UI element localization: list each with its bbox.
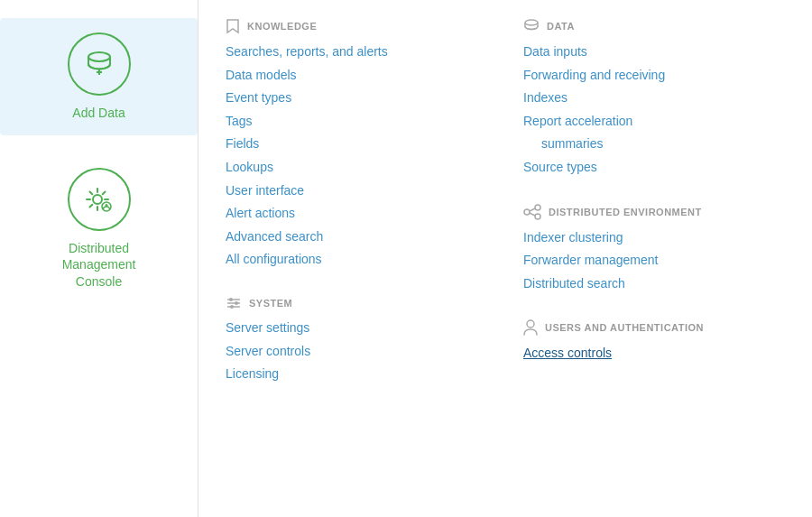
server-controls-link[interactable]: Server controls	[226, 344, 310, 358]
list-item: Indexes	[523, 89, 785, 107]
sidebar-dmc-label: DistributedManagementConsole	[62, 240, 136, 290]
knowledge-section-header: KNOWLEDGE	[226, 18, 487, 34]
data-section-title: DATA	[547, 21, 575, 32]
svg-point-15	[535, 214, 540, 219]
list-item: Fields	[226, 135, 487, 153]
list-item: All configurations	[226, 251, 487, 269]
distributed-section-title: DISTRIBUTED ENVIRONMENT	[549, 207, 702, 217]
list-item: Lookups	[226, 159, 487, 177]
list-item: Data inputs	[523, 43, 785, 61]
data-inputs-link[interactable]: Data inputs	[523, 44, 587, 59]
bookmark-icon	[226, 18, 240, 34]
sidebar-item-dmc[interactable]: DistributedManagementConsole	[0, 153, 198, 304]
add-data-icon-circle	[68, 32, 131, 96]
source-types-link[interactable]: Source types	[523, 160, 597, 174]
user-icon	[523, 319, 538, 336]
data-links: Data inputs Forwarding and receiving Ind…	[523, 43, 785, 177]
access-controls-link[interactable]: Access controls	[523, 346, 612, 360]
list-item: Advanced search	[226, 228, 487, 246]
data-models-link[interactable]: Data models	[226, 68, 297, 82]
list-item: Report acceleration	[523, 113, 785, 131]
list-item: Indexer clustering	[523, 229, 785, 247]
knowledge-section-title: KNOWLEDGE	[247, 21, 317, 32]
users-section: USERS AND AUTHENTICATION Access controls	[523, 319, 785, 363]
data-icon	[523, 18, 540, 34]
distributed-search-link[interactable]: Distributed search	[523, 276, 625, 291]
svg-line-16	[530, 208, 535, 211]
main-content: KNOWLEDGE Searches, reports, and alerts …	[198, 0, 812, 517]
indexes-link[interactable]: Indexes	[523, 90, 567, 105]
searches-link[interactable]: Searches, reports, and alerts	[226, 44, 388, 59]
indexer-clustering-link[interactable]: Indexer clustering	[523, 230, 623, 245]
licensing-link[interactable]: Licensing	[226, 366, 279, 381]
data-section: DATA Data inputs Forwarding and receivin…	[523, 18, 785, 177]
right-column: DATA Data inputs Forwarding and receivin…	[523, 18, 785, 499]
users-section-title: USERS AND AUTHENTICATION	[545, 322, 704, 333]
distributed-section-header: DISTRIBUTED ENVIRONMENT	[523, 204, 785, 220]
users-links: Access controls	[523, 345, 785, 363]
event-types-link[interactable]: Event types	[226, 90, 291, 105]
list-item: Event types	[226, 89, 487, 107]
list-item: Server controls	[226, 343, 487, 361]
system-section: SYSTEM Server settings Server controls L…	[226, 296, 487, 383]
distributed-section: DISTRIBUTED ENVIRONMENT Indexer clusteri…	[523, 204, 785, 293]
svg-point-13	[524, 209, 530, 215]
distributed-icon	[523, 204, 541, 220]
data-section-header: DATA	[523, 18, 785, 34]
sidebar: Add Data DistributedManagementConsole	[0, 0, 198, 517]
list-item: Distributed search	[523, 275, 785, 293]
list-item: Licensing	[226, 365, 487, 383]
knowledge-section: KNOWLEDGE Searches, reports, and alerts …	[226, 18, 487, 269]
svg-point-11	[230, 305, 234, 309]
svg-point-0	[88, 52, 110, 61]
distributed-links: Indexer clustering Forwarder management …	[523, 229, 785, 293]
system-section-title: SYSTEM	[249, 298, 292, 309]
list-item: Server settings	[226, 319, 487, 337]
settings-user-icon	[81, 181, 117, 217]
sliders-icon	[226, 296, 242, 310]
svg-point-3	[93, 195, 102, 204]
forwarder-management-link[interactable]: Forwarder management	[523, 253, 658, 267]
summaries-link[interactable]: summaries	[523, 136, 603, 151]
lookups-link[interactable]: Lookups	[226, 160, 273, 174]
system-links: Server settings Server controls Licensin…	[226, 319, 487, 383]
svg-point-10	[235, 301, 238, 305]
database-icon	[83, 48, 115, 80]
list-item: Searches, reports, and alerts	[226, 43, 487, 61]
list-item: Data models	[226, 67, 487, 85]
tags-link[interactable]: Tags	[226, 114, 253, 128]
list-item: Forwarding and receiving	[523, 67, 785, 85]
report-acceleration-link[interactable]: Report acceleration	[523, 114, 632, 128]
knowledge-links: Searches, reports, and alerts Data model…	[226, 43, 487, 269]
advanced-search-link[interactable]: Advanced search	[226, 229, 323, 244]
list-item: Forwarder management	[523, 252, 785, 270]
user-interface-link[interactable]: User interface	[226, 183, 304, 198]
fields-link[interactable]: Fields	[226, 136, 259, 151]
svg-point-12	[525, 20, 538, 25]
svg-point-9	[229, 298, 233, 301]
system-section-header: SYSTEM	[226, 296, 487, 310]
list-item: Access controls	[523, 345, 785, 363]
alert-actions-link[interactable]: Alert actions	[226, 206, 295, 220]
forwarding-receiving-link[interactable]: Forwarding and receiving	[523, 68, 665, 82]
list-item: Source types	[523, 159, 785, 177]
left-column: KNOWLEDGE Searches, reports, and alerts …	[226, 18, 487, 499]
dmc-icon-circle	[68, 168, 131, 231]
list-item: Alert actions	[226, 205, 487, 223]
list-item: Tags	[226, 113, 487, 131]
svg-point-18	[527, 320, 534, 328]
svg-line-17	[530, 213, 535, 216]
sidebar-item-add-data[interactable]: Add Data	[0, 18, 198, 135]
server-settings-link[interactable]: Server settings	[226, 320, 309, 335]
list-item: User interface	[226, 182, 487, 200]
svg-point-14	[535, 205, 540, 210]
all-configurations-link[interactable]: All configurations	[226, 252, 322, 266]
sidebar-add-data-label: Add Data	[72, 105, 125, 121]
list-item: summaries	[523, 135, 785, 153]
users-section-header: USERS AND AUTHENTICATION	[523, 319, 785, 336]
